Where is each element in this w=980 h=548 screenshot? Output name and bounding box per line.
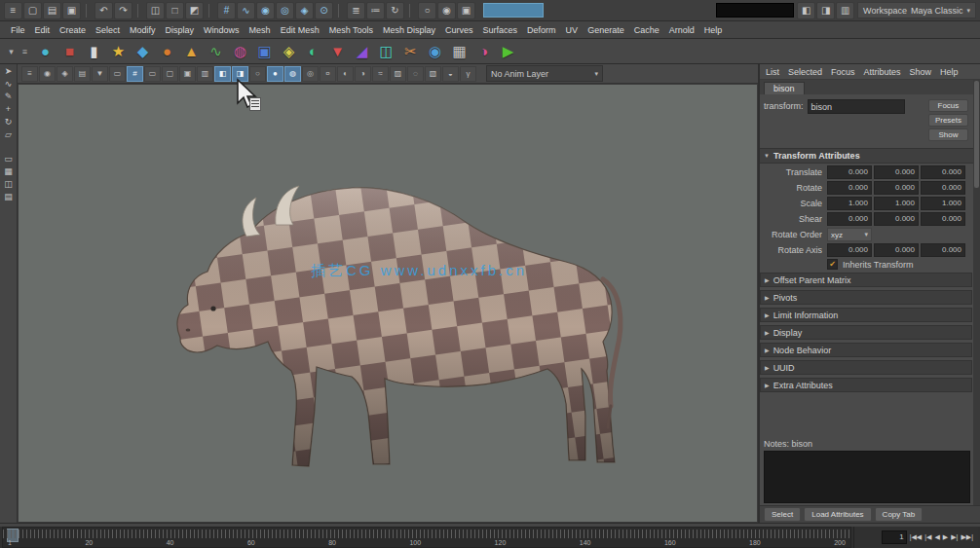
- ae-footer-button[interactable]: Select: [764, 507, 801, 522]
- construction-history-icon[interactable]: ↻: [386, 2, 404, 19]
- undo-icon[interactable]: ↶: [94, 2, 113, 19]
- render-frame-icon[interactable]: ○: [418, 2, 436, 19]
- exposure-icon[interactable]: ◒: [442, 66, 459, 82]
- menu-item[interactable]: Cache: [629, 23, 664, 37]
- ae-section-collapsed[interactable]: ▶ Display: [760, 325, 972, 340]
- value-field-y[interactable]: 0.000: [874, 212, 919, 226]
- menu-item[interactable]: Edit Mesh: [276, 23, 324, 37]
- menu-item[interactable]: UV: [561, 23, 584, 37]
- shelf-plane-icon[interactable]: ◆: [132, 41, 153, 61]
- camera-attributes-icon[interactable]: ▤: [74, 66, 91, 82]
- value-field-x[interactable]: 0.000: [827, 212, 872, 226]
- main-menu-icon[interactable]: ≡: [4, 2, 22, 19]
- menu-item[interactable]: Surfaces: [478, 23, 523, 37]
- shelf-tab-selector-icon[interactable]: ▾: [5, 43, 18, 60]
- safe-title-icon[interactable]: ◨: [232, 66, 248, 82]
- lighting-icon[interactable]: ¤: [320, 66, 336, 82]
- ae-scrollbar-thumb[interactable]: [974, 81, 979, 188]
- ae-menu-item[interactable]: Focus: [831, 67, 855, 77]
- current-frame-field[interactable]: 1: [882, 530, 907, 544]
- film-gate-icon[interactable]: ▭: [144, 66, 161, 82]
- menu-item[interactable]: Generate: [583, 23, 629, 37]
- value-field-y[interactable]: 1.000: [874, 197, 919, 210]
- ae-section-collapsed[interactable]: ▶ Extra Attributes: [760, 378, 972, 392]
- value-field-x[interactable]: 0.000: [827, 243, 872, 257]
- value-field-z[interactable]: 0.000: [921, 243, 965, 257]
- shelf-multicut-icon[interactable]: ✂: [400, 41, 421, 61]
- quick-selection-field[interactable]: [483, 3, 544, 18]
- ae-side-button[interactable]: Presets: [928, 114, 968, 127]
- single-pane-layout-icon[interactable]: ▭: [4, 155, 13, 164]
- value-field-z[interactable]: 0.000: [921, 165, 965, 179]
- tool-settings-toggle-icon[interactable]: ◨: [816, 2, 835, 19]
- anim-layer-filter-dropdown[interactable]: No Anim Layer ▾: [486, 65, 603, 82]
- ae-menu-item[interactable]: Attributes: [864, 67, 901, 77]
- shelf-cone-icon[interactable]: ▲: [181, 41, 202, 61]
- ambient-occlusion-icon[interactable]: ◑: [355, 66, 371, 82]
- shelf-boolean-icon[interactable]: ◐: [303, 41, 323, 61]
- ae-section-collapsed[interactable]: ▶ Node Behavior: [760, 343, 972, 357]
- rotate-order-dropdown[interactable]: xyz ▾: [827, 228, 872, 241]
- ae-section-collapsed[interactable]: ▶ Offset Parent Matrix: [760, 273, 972, 287]
- menu-item[interactable]: Mesh: [245, 23, 276, 37]
- save-scene-icon[interactable]: ▣: [62, 2, 81, 19]
- shelf-play-icon[interactable]: ▶: [498, 41, 518, 61]
- play-backwards-button[interactable]: ◀: [934, 533, 939, 541]
- shelf-extrude-icon[interactable]: ▼: [327, 41, 348, 61]
- gate-mask-icon[interactable]: ▣: [179, 66, 196, 82]
- snap-curve-icon[interactable]: ∿: [237, 2, 255, 19]
- select-camera-icon[interactable]: ◉: [39, 66, 56, 82]
- value-field-z[interactable]: 1.000: [921, 197, 965, 210]
- value-field-y[interactable]: 0.000: [874, 243, 919, 257]
- value-field-x[interactable]: 0.000: [827, 181, 872, 195]
- ae-menu-item[interactable]: Selected: [788, 67, 822, 77]
- ipr-render-icon[interactable]: ◉: [437, 2, 456, 19]
- multisample-icon[interactable]: ▨: [390, 66, 406, 82]
- select-tool-icon[interactable]: ➤: [5, 67, 13, 76]
- input-connections-icon[interactable]: ≣: [347, 2, 365, 19]
- image-plane-icon[interactable]: ▭: [109, 66, 126, 82]
- shelf-bevel-icon[interactable]: ◢: [352, 41, 372, 61]
- menu-item[interactable]: Arnold: [664, 23, 699, 37]
- render-settings-icon[interactable]: ▣: [457, 2, 475, 19]
- safe-action-icon[interactable]: ◧: [214, 66, 231, 82]
- menu-item[interactable]: Select: [91, 23, 125, 37]
- ae-side-button[interactable]: Focus: [928, 99, 968, 112]
- shadows-icon[interactable]: ◐: [337, 66, 354, 82]
- shelf-star-icon[interactable]: ★: [108, 41, 129, 61]
- shelf-quad-draw-icon[interactable]: ▦: [449, 41, 470, 61]
- panel-menu-icon[interactable]: ≡: [21, 66, 38, 82]
- node-name-field[interactable]: bison: [808, 99, 905, 114]
- xray-icon[interactable]: ▧: [425, 66, 441, 82]
- ae-scrollbar[interactable]: [973, 79, 980, 505]
- lock-camera-icon[interactable]: ◈: [57, 66, 73, 82]
- menu-item[interactable]: Mesh Tools: [324, 23, 378, 37]
- value-field-z[interactable]: 0.000: [921, 212, 965, 226]
- shelf-text-icon[interactable]: ◈: [279, 41, 299, 61]
- lasso-tool-icon[interactable]: ∿: [5, 80, 13, 89]
- shelf-circle-icon[interactable]: ◍: [230, 41, 250, 61]
- menu-item[interactable]: Modify: [125, 23, 161, 37]
- move-tool-icon[interactable]: +: [6, 105, 11, 114]
- shelf-cube-icon[interactable]: ■: [59, 41, 80, 61]
- hypershade-layout-icon[interactable]: ▤: [4, 193, 13, 201]
- menu-item[interactable]: Display: [161, 23, 200, 37]
- use-default-material-icon[interactable]: ◎: [302, 66, 319, 82]
- workspace-selector[interactable]: Workspace Maya Classic ▾: [857, 2, 976, 18]
- persp-outliner-layout-icon[interactable]: ◫: [4, 180, 13, 189]
- new-scene-icon[interactable]: ▢: [23, 2, 42, 19]
- menu-item[interactable]: Mesh Display: [378, 23, 440, 37]
- value-field-x[interactable]: 0.000: [827, 165, 872, 179]
- snap-projected-center-icon[interactable]: ◎: [276, 2, 294, 19]
- select-hierarchy-icon[interactable]: ◫: [146, 2, 165, 19]
- play-button[interactable]: ▶: [943, 533, 948, 541]
- value-field-x[interactable]: 1.000: [827, 197, 872, 210]
- menu-item[interactable]: Help: [699, 23, 728, 37]
- snap-view-plane-icon[interactable]: ◈: [295, 2, 314, 19]
- menu-item[interactable]: Deform: [522, 23, 561, 37]
- scale-tool-icon[interactable]: ▱: [5, 130, 12, 139]
- output-connections-icon[interactable]: ≔: [366, 2, 385, 19]
- menu-item[interactable]: Windows: [199, 23, 245, 37]
- value-field-z[interactable]: 0.000: [921, 181, 965, 195]
- bison-model[interactable]: [153, 164, 660, 486]
